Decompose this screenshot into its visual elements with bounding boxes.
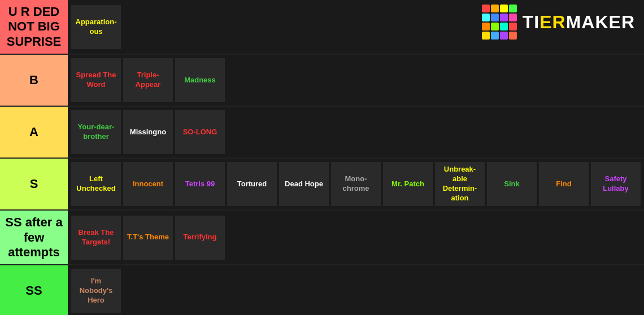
list-item[interactable]: Unbreak-able Determin-ation (435, 162, 485, 206)
list-item[interactable]: Innocent (123, 162, 173, 206)
tier-row-a: AYour-dear-brotherMissingnoSO-LONG (0, 107, 644, 159)
list-item[interactable]: Mono-chrome (331, 162, 381, 206)
tier-label-ss: SS (0, 265, 68, 315)
tier-items-s: Left UncheckedInnocentTetris 99TorturedD… (68, 159, 644, 209)
list-item[interactable]: Missingno (123, 110, 173, 154)
list-item[interactable]: Dead Hope (279, 162, 329, 206)
list-item[interactable]: Mr. Patch (383, 162, 433, 206)
list-item[interactable]: Your-dear-brother (71, 110, 121, 154)
list-item[interactable]: Tetris 99 (175, 162, 225, 206)
list-item[interactable]: Terrifying (175, 216, 225, 260)
tier-label-ssafter: SS after a few attempts (0, 211, 68, 264)
tier-label-s: S (0, 159, 68, 209)
logo-text: TiERMAKER (523, 12, 635, 33)
list-item[interactable]: Break The Targets! (71, 216, 121, 260)
tiermaker-logo: TiERMAKER (482, 5, 635, 40)
tier-items-ss: I'm Nobody's Hero (68, 265, 644, 315)
tier-row-ss: SSI'm Nobody's Hero (0, 265, 644, 315)
tier-row-b: BSpread The WordTriple-AppearMadness (0, 55, 644, 107)
tier-items-b: Spread The WordTriple-AppearMadness (68, 55, 644, 106)
list-item[interactable]: Apparation-ous (71, 5, 121, 49)
tier-label-a: A (0, 107, 68, 158)
list-item[interactable]: Tortured (227, 162, 277, 206)
list-item[interactable]: Find (539, 162, 589, 206)
tier-rows: U R DED NOT BIG SUPRISEApparation-ousBSp… (0, 0, 644, 315)
tier-items-ssafter: Break The Targets!T.T's ThemeTerrifying (68, 211, 644, 264)
tier-items-a: Your-dear-brotherMissingnoSO-LONG (68, 107, 644, 158)
list-item[interactable]: Spread The Word (71, 58, 121, 102)
list-item[interactable]: Left Unchecked (71, 162, 121, 206)
tier-label-urdednot: U R DED NOT BIG SUPRISE (0, 0, 68, 54)
list-item[interactable]: Triple-Appear (123, 58, 173, 102)
list-item[interactable]: Madness (175, 58, 225, 102)
list-item[interactable]: Sink (487, 162, 537, 206)
tier-row-ssafter: SS after a few attemptsBreak The Targets… (0, 211, 644, 265)
list-item[interactable]: SO-LONG (175, 110, 225, 154)
tier-label-b: B (0, 55, 68, 106)
list-item[interactable]: I'm Nobody's Hero (71, 269, 121, 313)
tier-row-s: SLeft UncheckedInnocentTetris 99Tortured… (0, 159, 644, 211)
list-item[interactable]: T.T's Theme (123, 216, 173, 260)
tier-list-container: TiERMAKER U R DED NOT BIG SUPRISEApparat… (0, 0, 644, 315)
logo-grid (482, 5, 517, 40)
list-item[interactable]: Safety Lullaby (591, 162, 641, 206)
